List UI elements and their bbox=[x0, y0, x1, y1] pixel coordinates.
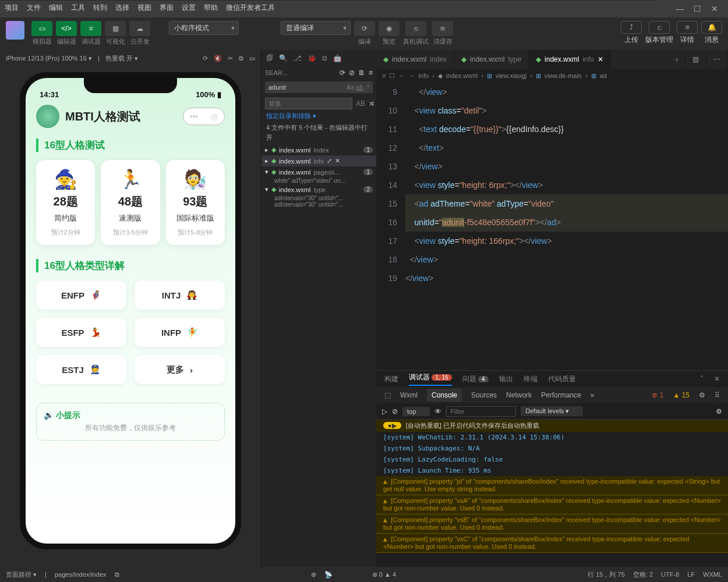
bottom-tab-terminal[interactable]: 终端 bbox=[524, 374, 538, 384]
editor-tab[interactable]: ◆index.wxml type bbox=[454, 50, 529, 69]
refresh-icon[interactable]: ⟳ bbox=[340, 69, 345, 77]
sim-refresh-icon[interactable]: ⟳ bbox=[203, 55, 208, 62]
status-errors[interactable]: ⊗ 0 ▲ 4 bbox=[372, 571, 396, 579]
more-tabs-icon[interactable]: » bbox=[591, 391, 595, 399]
code-editor[interactable]: 910111213141516171819 </view> <view clas… bbox=[376, 83, 728, 370]
filter-input[interactable] bbox=[446, 406, 516, 417]
menu-item[interactable]: 帮助 bbox=[204, 3, 218, 13]
search-match[interactable]: white" adType="video" un... bbox=[261, 178, 376, 184]
breadcrumb[interactable]: ≡☐←→ info › ◆ index.wxml › ⊞ view.xiaogj… bbox=[376, 69, 728, 83]
scope-toggle[interactable]: 指定目录和排除 ▾ bbox=[261, 112, 376, 120]
close-button[interactable]: ✕ bbox=[706, 4, 723, 13]
editor-toggle[interactable]: </>编辑器 bbox=[56, 21, 77, 46]
play-icon[interactable]: ▷ bbox=[382, 407, 387, 416]
clear-cache-button[interactable]: ≋清缓存 bbox=[432, 21, 453, 46]
collapse-icon[interactable]: ≡ bbox=[369, 69, 373, 77]
replace-all-icon[interactable]: ⤭ bbox=[369, 100, 374, 108]
search-match[interactable]: adIntervals="30" unitId="... bbox=[261, 201, 376, 208]
lang[interactable]: WXML bbox=[703, 571, 722, 578]
minimize-button[interactable]: — bbox=[671, 4, 688, 13]
devtab-sources[interactable]: Sources bbox=[471, 391, 497, 399]
menu-item[interactable]: 界面 bbox=[160, 3, 174, 13]
compare-icon[interactable]: ⫞ bbox=[667, 50, 685, 69]
search-input[interactable]: adunitAa ab .* bbox=[265, 81, 373, 93]
replace-input[interactable] bbox=[265, 98, 352, 109]
mode-select[interactable]: 小程序模式 bbox=[169, 21, 239, 35]
cloud-button[interactable]: ☁云开发 bbox=[129, 21, 150, 46]
search-match[interactable]: adIntervals="30" unitId="... bbox=[261, 195, 376, 201]
context-select[interactable]: top bbox=[402, 407, 430, 416]
menu-item[interactable]: 工具 bbox=[71, 3, 85, 13]
bottom-tab-output[interactable]: 输出 bbox=[499, 374, 513, 384]
bottom-tab-problems[interactable]: 问题 4 bbox=[462, 374, 489, 384]
user-avatar[interactable] bbox=[6, 21, 24, 40]
devtab-wxml[interactable]: Wxml bbox=[400, 391, 418, 399]
menu-item[interactable]: 选择 bbox=[115, 3, 129, 13]
cursor-pos[interactable]: 行 15，列 75 bbox=[588, 570, 625, 579]
menu-item[interactable]: 视图 bbox=[137, 3, 151, 13]
dock-icon[interactable]: ⠿ bbox=[715, 391, 720, 399]
preview-button[interactable]: ◉预览 bbox=[379, 21, 400, 46]
inspect-icon[interactable]: ⬚ bbox=[384, 391, 391, 399]
levels-select[interactable]: Default levels ▾ bbox=[521, 406, 583, 416]
goto-icon[interactable]: ⤢ bbox=[327, 157, 332, 165]
explorer-icon[interactable]: 🗐 bbox=[266, 54, 273, 62]
route-path[interactable]: pages/index/index bbox=[55, 571, 107, 578]
type-pill[interactable]: INFP🧚 bbox=[135, 318, 225, 347]
sim-close-icon[interactable]: ▭ bbox=[249, 55, 255, 62]
compile-button[interactable]: ⟳编译 bbox=[354, 21, 375, 46]
target-icon[interactable]: ⊕ bbox=[311, 571, 316, 579]
remote-debug-button[interactable]: ⎋真机调试 bbox=[403, 21, 429, 46]
bottom-tab-build[interactable]: 构建 bbox=[384, 374, 398, 384]
test-card[interactable]: 🧙28题简约版预计2分钟 bbox=[36, 160, 95, 245]
simulator-toggle[interactable]: ▭模拟器 bbox=[31, 21, 52, 46]
bottom-tab-quality[interactable]: 代码质量 bbox=[548, 374, 576, 384]
more-icon[interactable]: ⋯ bbox=[706, 50, 728, 69]
menu-item[interactable]: 文件 bbox=[27, 3, 41, 13]
type-pill[interactable]: ESFP💃 bbox=[36, 318, 126, 347]
close-icon[interactable]: ✕ bbox=[598, 55, 603, 63]
ext-icon[interactable]: ⧉ bbox=[322, 54, 327, 62]
search-file[interactable]: ▸◆index.wxmlindex1 bbox=[261, 144, 376, 155]
search-file[interactable]: ▸◆index.wxmlinfo⤢✕ bbox=[261, 155, 376, 166]
compile-mode-select[interactable]: 普通编译 bbox=[281, 21, 351, 35]
sim-popout-icon[interactable]: ⧉ bbox=[239, 55, 243, 62]
gear-icon[interactable]: ⚙ bbox=[699, 391, 705, 399]
type-pill[interactable]: ENFP🦸 bbox=[36, 281, 126, 310]
test-card[interactable]: 🧑‍🔬93题国际标准版预计5-8分钟 bbox=[166, 160, 225, 245]
debugger-toggle[interactable]: ⌗调试器 bbox=[80, 21, 101, 46]
encoding[interactable]: UTF-8 bbox=[661, 571, 679, 578]
search-file[interactable]: ▾◆index.wxmltype2 bbox=[261, 184, 376, 195]
copy-icon[interactable]: ⧉ bbox=[115, 571, 119, 579]
devtab-console[interactable]: Console bbox=[427, 389, 462, 402]
hotreload-toggle[interactable]: 热重载 开 ▾ bbox=[105, 54, 138, 63]
menu-item[interactable]: 项目 bbox=[5, 3, 19, 13]
maximize-button[interactable]: ☐ bbox=[688, 4, 706, 13]
version-button[interactable]: ⎌版本管理 bbox=[645, 21, 673, 45]
devtab-network[interactable]: Network bbox=[506, 391, 532, 399]
broadcast-icon[interactable]: 📡 bbox=[324, 571, 333, 579]
search-icon[interactable]: 🔍 bbox=[279, 54, 288, 62]
eol[interactable]: LF bbox=[687, 571, 695, 578]
miniapp-capsule[interactable]: •••◎ bbox=[183, 108, 225, 125]
sim-mute-icon[interactable]: 🔇 bbox=[214, 55, 222, 62]
indent[interactable]: 空格: 2 bbox=[633, 570, 653, 579]
visual-toggle[interactable]: ▦可视化 bbox=[105, 21, 126, 46]
upload-button[interactable]: ⤴上传 bbox=[621, 21, 642, 45]
eye-icon[interactable]: 👁 bbox=[434, 407, 441, 416]
sim-cut-icon[interactable]: ✂ bbox=[228, 55, 233, 62]
menu-item[interactable]: 转到 bbox=[93, 3, 107, 13]
type-pill[interactable]: ESTJ👮 bbox=[36, 355, 126, 384]
panel-close-icon[interactable]: ✕ bbox=[714, 375, 720, 383]
search-file[interactable]: ▾◆index.wxmlpages\i...1 bbox=[261, 166, 376, 178]
menu-item[interactable]: 编辑 bbox=[49, 3, 63, 13]
editor-tab[interactable]: ◆index.wxml info ✕ bbox=[529, 50, 611, 69]
chevron-up-icon[interactable]: ˄ bbox=[700, 375, 704, 383]
devtab-performance[interactable]: Performance bbox=[541, 391, 581, 399]
dismiss-icon[interactable]: ✕ bbox=[335, 157, 340, 165]
newfile-icon[interactable]: 🗎 bbox=[358, 69, 365, 77]
type-pill[interactable]: INTJ🧛 bbox=[135, 281, 225, 310]
test-card[interactable]: 🏃48题速测版预计3-5分钟 bbox=[101, 160, 160, 245]
menu-item[interactable]: 设置 bbox=[182, 3, 196, 13]
route-label[interactable]: 页面路径 ▾ bbox=[6, 570, 37, 579]
